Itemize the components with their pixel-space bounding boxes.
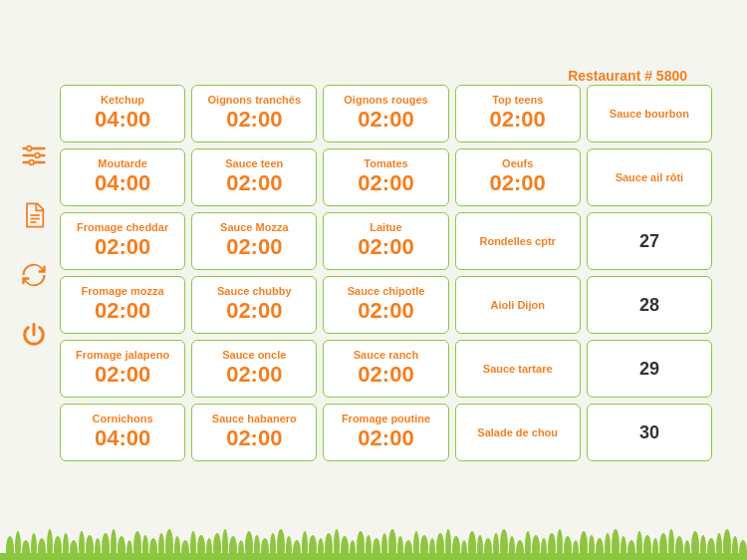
cell-label: Oignons tranchés	[208, 94, 302, 107]
grid-area: Ketchup04:00Oignons tranchés02:00Oignons…	[60, 85, 712, 461]
cell-time: 02:00	[490, 107, 546, 133]
cell-only-label: Rondelles cptr	[479, 235, 555, 247]
cell-time: 02:00	[358, 362, 413, 388]
cell-time: 02:00	[226, 362, 282, 388]
svg-point-8	[29, 160, 34, 165]
cell-label: Cornichons	[93, 413, 153, 425]
cell-time: 02:00	[358, 234, 413, 260]
grid-cell-r3-c0[interactable]: Fromage mozza02:00	[60, 276, 185, 334]
cell-time: 02:00	[95, 362, 150, 388]
cell-label: Fromage jalapeno	[76, 349, 169, 362]
cell-label: Sauce teen	[225, 157, 283, 170]
main-container: Restaurant # 5800 Ketchup04:00Oignons tr…	[0, 0, 747, 560]
cell-time: 04:00	[95, 425, 150, 451]
cell-label: Laitue	[370, 221, 401, 234]
cell-time: 02:00	[226, 234, 282, 260]
cell-time: 02:00	[490, 170, 546, 196]
grid-cell-r3-c1[interactable]: Sauce chubby02:00	[191, 276, 317, 334]
cell-label: Sauce chipotle	[348, 285, 425, 298]
cell-time: 02:00	[226, 170, 282, 196]
grass-decoration	[0, 505, 747, 560]
grid: Ketchup04:00Oignons tranchés02:00Oignons…	[60, 85, 712, 461]
grid-cell-r3-c3[interactable]: Aioli Dijon	[455, 276, 581, 334]
cell-label: Ketchup	[101, 94, 144, 107]
grid-cell-r0-c2[interactable]: Oignons rouges02:00	[323, 85, 448, 142]
sliders-icon[interactable]	[18, 140, 50, 171]
grid-cell-r5-c1[interactable]: Sauce habanero02:00	[191, 404, 317, 461]
svg-point-4	[27, 146, 32, 151]
grid-cell-r5-c4[interactable]: 30	[587, 404, 712, 461]
cell-time: 02:00	[226, 298, 282, 324]
grid-cell-r2-c2[interactable]: Laitue02:00	[323, 212, 448, 270]
cell-time: 02:00	[226, 107, 282, 133]
cell-label: Fromage poutine	[342, 413, 430, 425]
grid-cell-r2-c0[interactable]: Fromage cheddar02:00	[60, 212, 185, 270]
document-icon[interactable]	[18, 199, 50, 231]
cell-label: Fromage mozza	[82, 285, 164, 298]
grid-cell-r5-c3[interactable]: Salade de chou	[455, 404, 581, 461]
grid-cell-r5-c0[interactable]: Cornichons04:00	[60, 404, 185, 461]
cell-only-label: Sauce tartare	[483, 363, 553, 375]
cell-only-label: Sauce ail rôti	[616, 171, 683, 183]
cell-label: Oignons rouges	[344, 94, 427, 107]
cell-only-label: Aioli Dijon	[491, 299, 545, 311]
cell-label: Top teens	[492, 94, 543, 107]
grid-cell-r0-c4[interactable]: Sauce bourbon	[587, 85, 712, 142]
restaurant-label: Restaurant # 5800	[568, 68, 687, 84]
grid-cell-r0-c3[interactable]: Top teens02:00	[455, 85, 581, 142]
cell-number: 28	[639, 295, 659, 316]
cell-label: Sauce oncle	[222, 349, 286, 362]
cell-label: Sauce ranch	[354, 349, 418, 362]
grid-cell-r3-c4[interactable]: 28	[587, 276, 712, 334]
grid-cell-r2-c3[interactable]: Rondelles cptr	[455, 212, 581, 270]
grid-cell-r4-c4[interactable]: 29	[587, 340, 712, 398]
cell-label: Sauce Mozza	[220, 221, 288, 234]
grid-cell-r1-c1[interactable]: Sauce teen02:00	[191, 148, 317, 206]
cell-label: Sauce habanero	[212, 413, 297, 425]
cell-time: 02:00	[95, 234, 150, 260]
cell-label: Oeufs	[502, 157, 533, 170]
cell-number: 29	[639, 359, 659, 380]
cell-label: Fromage cheddar	[77, 221, 168, 234]
power-icon[interactable]	[18, 319, 50, 351]
grid-cell-r1-c0[interactable]: Moutarde04:00	[60, 148, 185, 206]
svg-rect-1	[22, 154, 45, 156]
cell-label: Moutarde	[98, 157, 147, 170]
cell-number: 27	[639, 231, 659, 252]
cell-time: 04:00	[95, 107, 150, 133]
sidebar	[18, 140, 50, 351]
restaurant-header: Restaurant # 5800	[568, 68, 687, 84]
grid-cell-r1-c2[interactable]: Tomates02:00	[323, 148, 448, 206]
refresh-icon[interactable]	[18, 259, 50, 291]
grid-cell-r1-c4[interactable]: Sauce ail rôti	[587, 148, 712, 206]
grid-cell-r3-c2[interactable]: Sauce chipotle02:00	[323, 276, 448, 334]
grid-cell-r2-c4[interactable]: 27	[587, 212, 712, 270]
cell-label: Sauce chubby	[217, 285, 292, 298]
svg-rect-105	[0, 553, 747, 560]
cell-time: 02:00	[358, 298, 413, 324]
cell-only-label: Salade de chou	[477, 426, 558, 438]
cell-time: 02:00	[358, 107, 413, 133]
grid-cell-r0-c0[interactable]: Ketchup04:00	[60, 85, 185, 142]
svg-rect-0	[22, 147, 45, 149]
cell-time: 02:00	[226, 425, 282, 451]
cell-label: Tomates	[364, 157, 407, 170]
grid-cell-r4-c0[interactable]: Fromage jalapeno02:00	[60, 340, 185, 398]
cell-only-label: Sauce bourbon	[610, 108, 689, 120]
grid-cell-r1-c3[interactable]: Oeufs02:00	[455, 148, 581, 206]
cell-time: 02:00	[358, 170, 413, 196]
grid-cell-r0-c1[interactable]: Oignons tranchés02:00	[191, 85, 317, 142]
cell-time: 02:00	[358, 425, 413, 451]
cell-time: 02:00	[95, 298, 150, 324]
grid-cell-r4-c2[interactable]: Sauce ranch02:00	[323, 340, 448, 398]
svg-point-6	[35, 153, 40, 158]
cell-time: 04:00	[95, 170, 150, 196]
grid-cell-r5-c2[interactable]: Fromage poutine02:00	[323, 404, 448, 461]
grid-cell-r4-c3[interactable]: Sauce tartare	[455, 340, 581, 398]
cell-number: 30	[639, 422, 659, 443]
grid-cell-r2-c1[interactable]: Sauce Mozza02:00	[191, 212, 317, 270]
grid-cell-r4-c1[interactable]: Sauce oncle02:00	[191, 340, 317, 398]
